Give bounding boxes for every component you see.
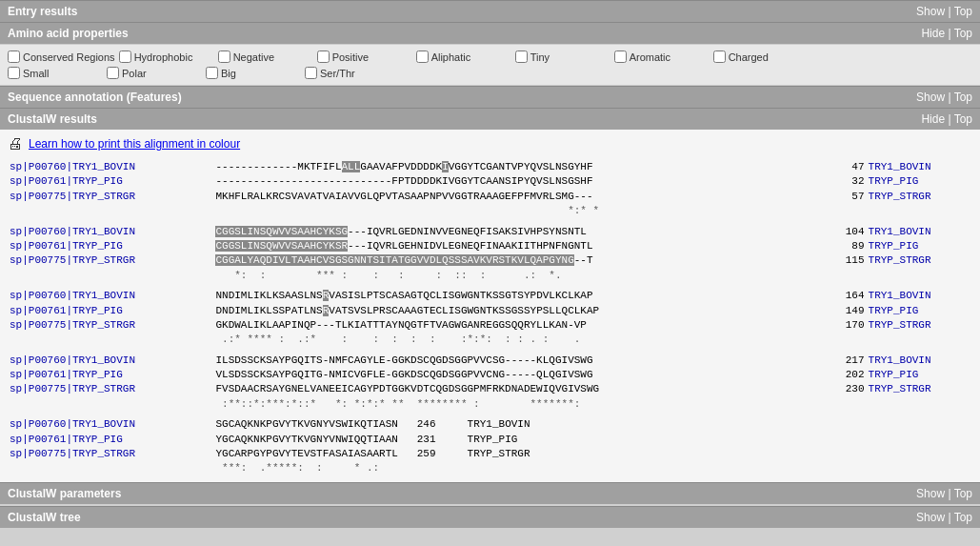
checkbox-negative[interactable] — [218, 51, 230, 63]
amino-item-big: Big — [206, 67, 301, 79]
checkbox-conserved[interactable] — [8, 51, 20, 63]
amino-acid-header: Amino acid properties Hide | Top — [0, 22, 980, 44]
label-polar: Polar — [122, 68, 147, 79]
clustalw-tree-links[interactable]: Show | Top — [916, 511, 972, 524]
label-conserved: Conserved Regions — [23, 51, 115, 63]
checkbox-aliphatic[interactable] — [416, 51, 429, 63]
seq-name-end — [867, 447, 972, 461]
checkbox-small[interactable] — [8, 67, 20, 79]
clustalw-params-show-link[interactable]: Show — [916, 487, 945, 500]
table-row: sp|P00761|TRYP_PIG YGCAQKNKPGVYTKVGNYVNW… — [8, 433, 972, 447]
seq-data: VLSDSSCKSAYPGQITG-NMICVGFLE-GGKDSCQGDSGG… — [213, 368, 830, 382]
seq-name-end: TRYP_STRGR — [867, 190, 972, 204]
amino-item-positive: Positive — [317, 51, 412, 63]
sequence-annotation-links[interactable]: Show | Top — [916, 91, 972, 104]
amino-row-2: Small Polar Big Ser/Thr — [8, 65, 972, 81]
checkbox-tiny[interactable] — [515, 51, 528, 63]
checkbox-positive[interactable] — [317, 51, 330, 63]
sequence-annotation-top-link[interactable]: Top — [954, 91, 972, 104]
label-aromatic: Aromatic — [630, 51, 670, 63]
table-row: sp|P00761|TRYP_PIG ---------------------… — [8, 174, 972, 189]
checkbox-polar[interactable] — [107, 67, 119, 79]
seq-num: 57 — [830, 190, 867, 204]
amino-acid-hide-link[interactable]: Hide — [921, 27, 945, 40]
conserved-data: :**::*:***:*::* *: *:*:* ** ******** : *… — [213, 397, 830, 412]
seq-id[interactable]: sp|P00775|TRYP_STRGR — [8, 382, 213, 396]
entry-results-top-link[interactable]: Top — [954, 5, 972, 18]
seq-name-end: TRYP_PIG — [867, 304, 972, 318]
seq-num: 202 — [830, 368, 867, 382]
seq-id[interactable]: sp|P00760|TRY1_BOVIN — [8, 225, 213, 239]
amino-item-small: Small — [8, 67, 103, 79]
seq-num: 164 — [830, 289, 867, 303]
seq-id[interactable]: sp|P00761|TRYP_PIG — [8, 433, 213, 447]
checkbox-aromatic[interactable] — [614, 51, 627, 63]
seq-name-end: TRYP_PIG — [867, 368, 972, 382]
footer-sections: ClustalW parameters Show | Top ClustalW … — [0, 482, 980, 528]
amino-item-hydrophobic: Hydrophobic — [119, 51, 214, 63]
seq-num: 47 — [830, 160, 867, 174]
clustalw-results-label: ClustalW results — [8, 112, 97, 126]
seq-data: DNDIMLIKLSSPATLNSRVATSVSLPRSCAAAGTECLISG… — [213, 304, 830, 318]
seq-id[interactable]: sp|P00775|TRYP_STRGR — [8, 190, 213, 204]
seq-id[interactable]: sp|P00760|TRY1_BOVIN — [8, 417, 213, 432]
seq-name-end — [867, 433, 972, 447]
seq-id[interactable]: sp|P00760|TRY1_BOVIN — [8, 289, 213, 303]
checkbox-hydrophobic[interactable] — [119, 51, 131, 63]
label-aliphatic: Aliphatic — [431, 51, 471, 63]
clustalw-params-links[interactable]: Show | Top — [916, 487, 972, 500]
print-link[interactable]: Learn how to print this alignment in col… — [29, 137, 240, 151]
amino-row-1: Conserved Regions Hydrophobic Negative P… — [8, 49, 972, 65]
checkbox-big[interactable] — [206, 67, 218, 79]
seq-name-end: TRYP_PIG — [867, 239, 972, 253]
seq-data: GKDWALIKLAAPINQP---TLKIATTTAYNQGTFTVAGWG… — [213, 318, 830, 333]
conserved-data: *:* * — [213, 204, 830, 218]
checkbox-serthr[interactable] — [305, 67, 317, 79]
clustalw-results-hide-link[interactable]: Hide — [921, 112, 945, 126]
amino-acid-top-link[interactable]: Top — [954, 27, 972, 40]
seq-data: ILSDSSCKSAYPGQITS-NMFCAGYLE-GGKDSCQGDSGG… — [213, 354, 830, 368]
conserved-row: .:* **** : .:* : : : : : :*:*: : : . : . — [8, 333, 972, 347]
table-row: sp|P00775|TRYP_STRGR FVSDAACRSAYGNELVANE… — [8, 382, 972, 396]
seq-id[interactable]: sp|P00760|TRY1_BOVIN — [8, 160, 213, 174]
entry-results-show-link[interactable]: Show — [916, 5, 945, 18]
clustalw-results-links[interactable]: Hide | Top — [921, 112, 972, 126]
table-row: sp|P00761|TRYP_PIG CGGSLINSQWVVSAAHCYKSR… — [8, 239, 972, 253]
seq-id[interactable]: sp|P00761|TRYP_PIG — [8, 304, 213, 318]
seq-id[interactable]: sp|P00761|TRYP_PIG — [8, 174, 213, 189]
seq-id[interactable]: sp|P00761|TRYP_PIG — [8, 368, 213, 382]
amino-item-aromatic: Aromatic — [614, 51, 710, 63]
entry-results-links[interactable]: Show | Top — [916, 5, 972, 18]
seq-name-end — [867, 417, 972, 432]
amino-acid-label: Amino acid properties — [8, 27, 129, 40]
seq-data: FVSDAACRSAYGNELVANEEICAGYPDTGGKVDTCQGDSG… — [213, 382, 830, 396]
seq-num: 32 — [830, 174, 867, 189]
seq-id[interactable]: sp|P00761|TRYP_PIG — [8, 239, 213, 253]
label-tiny: Tiny — [530, 51, 550, 63]
amino-acid-links[interactable]: Hide | Top — [921, 27, 972, 40]
clustalw-tree-show-link[interactable]: Show — [916, 511, 945, 524]
seq-data: CGGALYAQDIVLTAAHCVSGSGNNTSITATGGVVDLQSSS… — [213, 253, 830, 268]
seq-num: 217 — [830, 354, 867, 368]
sequence-annotation-label: Sequence annotation (Features) — [8, 91, 182, 104]
sequence-annotation-show-link[interactable]: Show — [916, 91, 945, 104]
clustalw-tree-top-link[interactable]: Top — [954, 511, 972, 524]
clustalw-params-header: ClustalW parameters Show | Top — [0, 482, 980, 504]
seq-id[interactable]: sp|P00775|TRYP_STRGR — [8, 447, 213, 461]
checkbox-charged[interactable] — [713, 51, 726, 63]
seq-name-end: TRYP_STRGR — [867, 382, 972, 396]
amino-item-negative: Negative — [218, 51, 313, 63]
seq-name-end: TRYP_PIG — [867, 174, 972, 189]
seq-id[interactable]: sp|P00775|TRYP_STRGR — [8, 253, 213, 268]
clustalw-params-top-link[interactable]: Top — [954, 487, 972, 500]
amino-item-polar: Polar — [107, 67, 202, 79]
seq-name-end: TRY1_BOVIN — [867, 160, 972, 174]
seq-num: 104 — [830, 225, 867, 239]
table-row: sp|P00775|TRYP_STRGR YGCARPGYPGVYTEVSTFA… — [8, 447, 972, 461]
seq-id[interactable]: sp|P00760|TRY1_BOVIN — [8, 354, 213, 368]
clustalw-results-top-link[interactable]: Top — [954, 112, 972, 126]
conserved-data: ***: .*****: : * .: — [213, 461, 830, 475]
amino-item-tiny: Tiny — [515, 51, 610, 63]
seq-id[interactable]: sp|P00775|TRYP_STRGR — [8, 318, 213, 333]
table-row: sp|P00761|TRYP_PIG VLSDSSCKSAYPGQITG-NMI… — [8, 368, 972, 382]
